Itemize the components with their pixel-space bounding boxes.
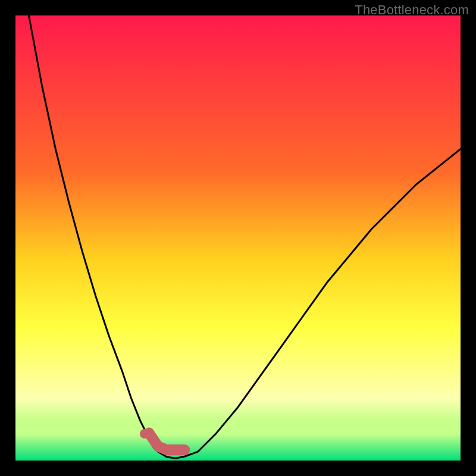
- optimal-marker-point: [140, 429, 149, 439]
- chart-background: [15, 15, 461, 461]
- chart-svg: [15, 15, 461, 461]
- watermark-text: TheBottleneck.com: [355, 2, 469, 18]
- chart-plot-area: [15, 15, 461, 461]
